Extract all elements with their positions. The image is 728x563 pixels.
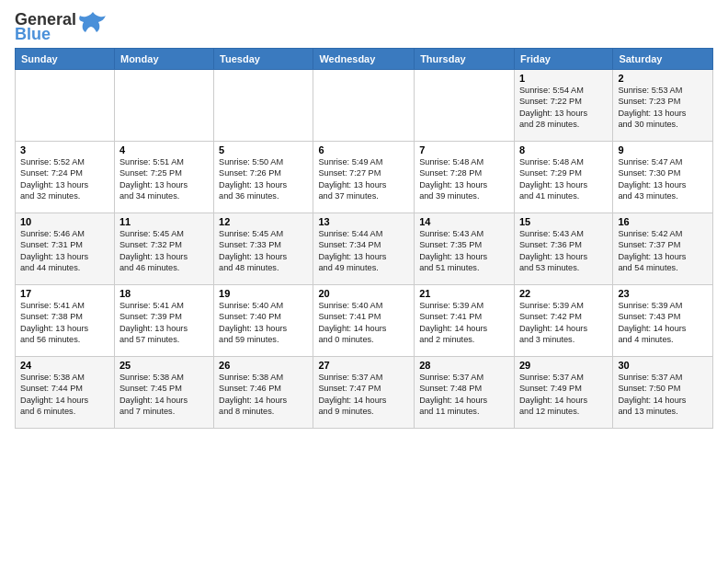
day-detail: Sunrise: 5:48 AM Sunset: 7:29 PM Dayligh…	[519, 156, 608, 202]
day-detail: Sunrise: 5:47 AM Sunset: 7:30 PM Dayligh…	[618, 156, 708, 202]
calendar-cell	[214, 70, 313, 142]
calendar-cell: 8Sunrise: 5:48 AM Sunset: 7:29 PM Daylig…	[514, 142, 612, 213]
logo: General Blue	[15, 11, 108, 42]
day-detail: Sunrise: 5:38 AM Sunset: 7:46 PM Dayligh…	[219, 372, 308, 418]
calendar-cell: 14Sunrise: 5:43 AM Sunset: 7:35 PM Dayli…	[415, 213, 515, 285]
day-detail: Sunrise: 5:37 AM Sunset: 7:49 PM Dayligh…	[519, 372, 608, 418]
day-number: 16	[618, 216, 708, 227]
calendar-cell: 23Sunrise: 5:39 AM Sunset: 7:43 PM Dayli…	[613, 285, 713, 357]
weekday-header-friday: Friday	[514, 49, 612, 70]
day-detail: Sunrise: 5:52 AM Sunset: 7:24 PM Dayligh…	[20, 156, 109, 202]
calendar-cell: 27Sunrise: 5:37 AM Sunset: 7:47 PM Dayli…	[313, 357, 415, 429]
day-number: 8	[519, 144, 608, 155]
header: General Blue	[15, 11, 713, 42]
calendar-cell: 16Sunrise: 5:42 AM Sunset: 7:37 PM Dayli…	[613, 213, 713, 285]
calendar-cell	[114, 70, 213, 142]
day-number: 7	[419, 144, 509, 155]
day-number: 18	[119, 288, 209, 299]
calendar-cell: 20Sunrise: 5:40 AM Sunset: 7:41 PM Dayli…	[313, 285, 415, 357]
calendar-cell	[16, 70, 115, 142]
calendar-cell: 4Sunrise: 5:51 AM Sunset: 7:25 PM Daylig…	[114, 142, 213, 213]
weekday-header-thursday: Thursday	[415, 49, 515, 70]
day-number: 14	[419, 216, 509, 227]
day-detail: Sunrise: 5:37 AM Sunset: 7:48 PM Dayligh…	[419, 372, 509, 418]
calendar-cell: 5Sunrise: 5:50 AM Sunset: 7:26 PM Daylig…	[214, 142, 313, 213]
day-number: 9	[618, 144, 708, 155]
calendar-cell: 3Sunrise: 5:52 AM Sunset: 7:24 PM Daylig…	[16, 142, 115, 213]
calendar-cell: 11Sunrise: 5:45 AM Sunset: 7:32 PM Dayli…	[114, 213, 213, 285]
calendar-cell: 9Sunrise: 5:47 AM Sunset: 7:30 PM Daylig…	[613, 142, 713, 213]
day-detail: Sunrise: 5:38 AM Sunset: 7:45 PM Dayligh…	[119, 372, 209, 418]
calendar-cell: 17Sunrise: 5:41 AM Sunset: 7:38 PM Dayli…	[16, 285, 115, 357]
weekday-header-sunday: Sunday	[16, 49, 115, 70]
calendar-cell	[415, 70, 515, 142]
weekday-header-wednesday: Wednesday	[313, 49, 415, 70]
day-detail: Sunrise: 5:45 AM Sunset: 7:32 PM Dayligh…	[119, 228, 209, 274]
calendar-cell: 18Sunrise: 5:41 AM Sunset: 7:39 PM Dayli…	[114, 285, 213, 357]
day-detail: Sunrise: 5:54 AM Sunset: 7:22 PM Dayligh…	[519, 85, 608, 131]
day-number: 23	[618, 288, 708, 299]
weekday-header-monday: Monday	[114, 49, 213, 70]
calendar-cell: 2Sunrise: 5:53 AM Sunset: 7:23 PM Daylig…	[613, 70, 713, 142]
day-detail: Sunrise: 5:41 AM Sunset: 7:38 PM Dayligh…	[20, 300, 109, 346]
day-detail: Sunrise: 5:46 AM Sunset: 7:31 PM Dayligh…	[20, 228, 109, 274]
day-detail: Sunrise: 5:49 AM Sunset: 7:27 PM Dayligh…	[318, 156, 409, 202]
day-number: 24	[20, 360, 109, 371]
day-detail: Sunrise: 5:50 AM Sunset: 7:26 PM Dayligh…	[219, 156, 308, 202]
day-detail: Sunrise: 5:37 AM Sunset: 7:50 PM Dayligh…	[618, 372, 708, 418]
day-number: 30	[618, 360, 708, 371]
day-number: 6	[318, 144, 409, 155]
calendar-cell: 15Sunrise: 5:43 AM Sunset: 7:36 PM Dayli…	[514, 213, 612, 285]
day-detail: Sunrise: 5:42 AM Sunset: 7:37 PM Dayligh…	[618, 228, 708, 274]
day-number: 3	[20, 144, 109, 155]
calendar-week-4: 17Sunrise: 5:41 AM Sunset: 7:38 PM Dayli…	[16, 285, 713, 357]
calendar-week-3: 10Sunrise: 5:46 AM Sunset: 7:31 PM Dayli…	[16, 213, 713, 285]
calendar-cell: 28Sunrise: 5:37 AM Sunset: 7:48 PM Dayli…	[415, 357, 515, 429]
calendar-week-5: 24Sunrise: 5:38 AM Sunset: 7:44 PM Dayli…	[16, 357, 713, 429]
calendar-week-1: 1Sunrise: 5:54 AM Sunset: 7:22 PM Daylig…	[16, 70, 713, 142]
calendar-cell: 25Sunrise: 5:38 AM Sunset: 7:45 PM Dayli…	[114, 357, 213, 429]
calendar-cell: 30Sunrise: 5:37 AM Sunset: 7:50 PM Dayli…	[613, 357, 713, 429]
day-number: 17	[20, 288, 109, 299]
day-number: 1	[519, 73, 608, 84]
day-detail: Sunrise: 5:43 AM Sunset: 7:35 PM Dayligh…	[419, 228, 509, 274]
day-number: 20	[318, 288, 409, 299]
day-number: 26	[219, 360, 308, 371]
day-detail: Sunrise: 5:39 AM Sunset: 7:41 PM Dayligh…	[419, 300, 509, 346]
day-number: 4	[119, 144, 209, 155]
calendar-cell: 29Sunrise: 5:37 AM Sunset: 7:49 PM Dayli…	[514, 357, 612, 429]
day-number: 15	[519, 216, 608, 227]
day-detail: Sunrise: 5:41 AM Sunset: 7:39 PM Dayligh…	[119, 300, 209, 346]
day-detail: Sunrise: 5:45 AM Sunset: 7:33 PM Dayligh…	[219, 228, 308, 274]
calendar-cell: 24Sunrise: 5:38 AM Sunset: 7:44 PM Dayli…	[16, 357, 115, 429]
day-number: 21	[419, 288, 509, 299]
logo-bird-icon	[78, 10, 108, 40]
day-number: 22	[519, 288, 608, 299]
calendar-cell: 1Sunrise: 5:54 AM Sunset: 7:22 PM Daylig…	[514, 70, 612, 142]
day-number: 19	[219, 288, 308, 299]
calendar-cell: 19Sunrise: 5:40 AM Sunset: 7:40 PM Dayli…	[214, 285, 313, 357]
day-detail: Sunrise: 5:39 AM Sunset: 7:42 PM Dayligh…	[519, 300, 608, 346]
calendar-cell: 22Sunrise: 5:39 AM Sunset: 7:42 PM Dayli…	[514, 285, 612, 357]
day-number: 29	[519, 360, 608, 371]
calendar-table: SundayMondayTuesdayWednesdayThursdayFrid…	[15, 48, 713, 429]
day-detail: Sunrise: 5:44 AM Sunset: 7:34 PM Dayligh…	[318, 228, 409, 274]
day-number: 10	[20, 216, 109, 227]
day-number: 25	[119, 360, 209, 371]
day-number: 28	[419, 360, 509, 371]
day-number: 5	[219, 144, 308, 155]
day-detail: Sunrise: 5:38 AM Sunset: 7:44 PM Dayligh…	[20, 372, 109, 418]
day-number: 13	[318, 216, 409, 227]
day-detail: Sunrise: 5:51 AM Sunset: 7:25 PM Dayligh…	[119, 156, 209, 202]
calendar-cell	[313, 70, 415, 142]
calendar-week-2: 3Sunrise: 5:52 AM Sunset: 7:24 PM Daylig…	[16, 142, 713, 213]
weekday-header-tuesday: Tuesday	[214, 49, 313, 70]
day-detail: Sunrise: 5:40 AM Sunset: 7:40 PM Dayligh…	[219, 300, 308, 346]
calendar-cell: 7Sunrise: 5:48 AM Sunset: 7:28 PM Daylig…	[415, 142, 515, 213]
page: General Blue SundayMondayTuesdayWednesda…	[0, 0, 728, 563]
day-number: 11	[119, 216, 209, 227]
calendar-cell: 10Sunrise: 5:46 AM Sunset: 7:31 PM Dayli…	[16, 213, 115, 285]
weekday-header-row: SundayMondayTuesdayWednesdayThursdayFrid…	[16, 49, 713, 70]
day-number: 27	[318, 360, 409, 371]
calendar-cell: 12Sunrise: 5:45 AM Sunset: 7:33 PM Dayli…	[214, 213, 313, 285]
